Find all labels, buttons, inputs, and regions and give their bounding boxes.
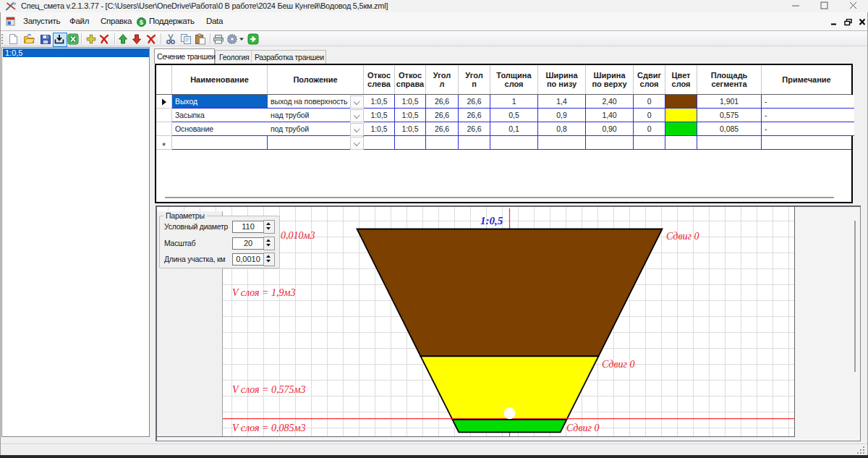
- svg-text:0,010м3: 0,010м3: [281, 230, 315, 241]
- svg-text:V слоя = 0,575м3: V слоя = 0,575м3: [232, 384, 306, 395]
- svg-text:V слоя = 1,9м3: V слоя = 1,9м3: [232, 287, 296, 298]
- svg-text:V слоя = 0,085м3: V слоя = 0,085м3: [232, 423, 306, 433]
- svg-text:Сдвиг 0: Сдвиг 0: [666, 231, 699, 242]
- svg-text:$: $: [140, 18, 144, 26]
- svg-text:1:0,5: 1:0,5: [480, 215, 503, 226]
- svg-text:Сдвиг 0: Сдвиг 0: [602, 359, 634, 370]
- svg-text:Сдвиг 0: Сдвиг 0: [566, 423, 599, 433]
